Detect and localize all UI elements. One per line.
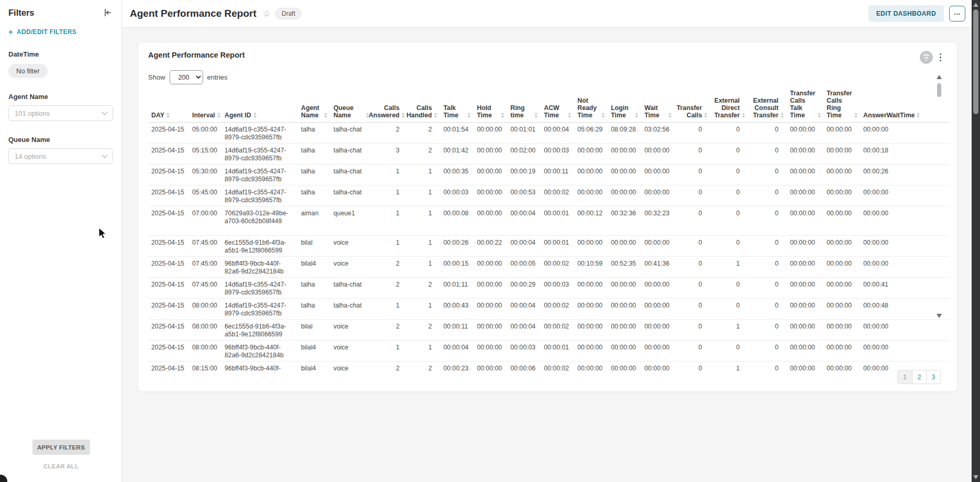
table-scrollbar-thumb[interactable] [937, 83, 941, 97]
sort-icon[interactable] [568, 113, 571, 118]
table-cell: voice [330, 257, 372, 277]
column-header-agent-id[interactable]: Agent ID [221, 112, 298, 119]
column-header-answerwaittime[interactable]: AnswerWaitTime [860, 112, 915, 119]
sort-icon[interactable] [635, 113, 638, 118]
table-cell: 00:00:00 [641, 299, 675, 319]
table-cell: 00:00:03 [507, 341, 541, 361]
sort-icon[interactable] [434, 113, 437, 118]
table-cell: 08:00:00 [189, 299, 221, 319]
datetime-filter-chip[interactable]: No filter [8, 64, 48, 78]
pagination-page-2[interactable]: 2 [912, 370, 926, 384]
add-edit-filters-button[interactable]: + ADD/EDIT FILTERS [8, 28, 113, 36]
page-scrollbar-thumb[interactable] [973, 9, 978, 114]
column-header-ring-time[interactable]: Ring time [507, 104, 541, 119]
table-cell: 00:02:00 [507, 144, 541, 164]
column-header-day[interactable]: DAY [148, 112, 189, 119]
kebab-menu-icon[interactable] [939, 52, 943, 63]
table-cell: 00:00:00 [641, 165, 675, 185]
table-cell: 0 [710, 278, 748, 298]
queue-name-select[interactable]: 14 options [8, 148, 113, 164]
column-header-agent-name[interactable]: Agent Name [298, 104, 330, 119]
table-cell: 00:00:00 [823, 206, 860, 235]
table-cell: 00:00:00 [787, 123, 823, 143]
sort-icon[interactable] [781, 113, 784, 118]
column-header-external-consult-transfer[interactable]: External Consult Transfer [748, 97, 787, 119]
table-cell: 00:00:00 [574, 278, 608, 298]
edit-dashboard-button[interactable]: EDIT DASHBOARD [868, 5, 944, 22]
column-header-calls-handled[interactable]: Calls Handled [408, 104, 440, 119]
sort-icon[interactable] [253, 113, 257, 118]
sort-icon[interactable] [917, 113, 920, 118]
table-cell: talha-chat [330, 185, 372, 206]
table-row: 2025-04-1507:45:006ec1555d-91b6-4f3a-a5b… [148, 236, 950, 257]
scrollbar-up-icon[interactable] [973, 3, 978, 7]
table-cell: bilal4 [298, 257, 330, 277]
table-scrollbar[interactable] [935, 74, 943, 319]
column-header-transfer-calls[interactable]: Transfer Calls [675, 104, 710, 119]
table-cell: 00:00:00 [474, 144, 507, 164]
sort-icon[interactable] [669, 113, 672, 118]
sort-icon[interactable] [166, 113, 170, 118]
sort-icon[interactable] [818, 113, 821, 118]
table-cell: 0 [710, 341, 748, 361]
sort-icon[interactable] [217, 113, 220, 118]
table-cell: 6ec1555d-91b6-4f3a-a5b1-9e12f8066599 [221, 236, 298, 256]
sort-icon[interactable] [602, 113, 605, 118]
column-header-talk-time[interactable]: Talk Time [440, 104, 474, 119]
scroll-down-icon[interactable] [937, 314, 942, 318]
column-header-wait-time[interactable]: Wait Time [641, 104, 675, 119]
collapse-sidebar-icon[interactable] [103, 7, 113, 18]
table-cell: 00:00:00 [474, 341, 507, 361]
pagination-page-1[interactable]: 1 [898, 370, 912, 384]
filter-icon[interactable] [920, 51, 933, 64]
table-cell: 1 [408, 257, 440, 277]
page-size-select[interactable]: 200 [170, 70, 203, 84]
more-options-button[interactable]: ... [949, 6, 965, 21]
column-header-interval[interactable]: Interval [189, 112, 221, 119]
table-cell: 1 [372, 185, 408, 206]
table-cell: 2025-04-15 [148, 341, 189, 361]
sort-icon[interactable] [467, 113, 471, 118]
sort-icon[interactable] [534, 113, 538, 118]
table-cell: 0 [748, 144, 787, 164]
apply-filters-button[interactable]: APPLY FILTERS [32, 440, 90, 455]
clear-all-button[interactable]: CLEAR ALL [0, 463, 122, 469]
column-header-login-time[interactable]: Login Time [608, 104, 641, 119]
column-header-transfer-calls-ring-time[interactable]: Transfer Calls Ring Time [823, 90, 860, 119]
table-cell: 2025-04-15 [148, 185, 189, 206]
draft-status-badge: Draft [275, 8, 302, 19]
column-header-queue-name[interactable]: Queue Name [330, 104, 372, 119]
table-cell: 00:00:00 [608, 362, 641, 371]
table-cell: 00:00:00 [787, 278, 823, 298]
agent-name-select[interactable]: 101 options [8, 105, 113, 121]
table-body: 2025-04-1505:00:0014d6af19-c355-4247-897… [148, 123, 950, 371]
table-cell: 70629a93-012e-49be-a703-60c62b08f449 [221, 206, 298, 235]
sort-icon[interactable] [854, 113, 858, 118]
column-header-hold-time[interactable]: Hold Time [474, 104, 507, 119]
table-cell: 00:32:36 [608, 206, 641, 235]
table-cell: 00:00:00 [787, 144, 823, 164]
sort-icon[interactable] [501, 113, 504, 118]
column-header-transfer-calls-talk-time[interactable]: Transfer Calls Talk Time [787, 90, 823, 119]
table-cell: 00:00:41 [860, 278, 915, 298]
page-scrollbar[interactable] [972, 0, 980, 482]
column-label: Transfer Calls Talk Time [790, 90, 816, 119]
column-header-not-ready-time[interactable]: Not Ready Time [574, 97, 608, 119]
table-cell: 00:00:00 [787, 320, 823, 340]
corner-widget [0, 475, 7, 482]
table-cell: 05:06:29 [574, 123, 608, 143]
scrollbar-down-icon[interactable] [973, 475, 978, 479]
table-cell: 00:00:35 [440, 165, 474, 185]
scroll-up-icon[interactable] [937, 75, 942, 79]
sort-icon[interactable] [704, 113, 707, 118]
sort-icon[interactable] [324, 113, 327, 118]
table-cell: voice [330, 236, 372, 256]
sort-icon[interactable] [742, 113, 745, 118]
pagination-page-3[interactable]: 3 [926, 370, 940, 384]
column-label: Transfer Calls Ring Time [827, 90, 852, 119]
column-header-acw-time[interactable]: ACW Time [541, 104, 574, 119]
favorite-star-icon[interactable]: ☆ [263, 9, 271, 18]
column-header-calls-answered[interactable]: Calls Answered [372, 104, 408, 119]
column-header-external-direct-transfer[interactable]: External Direct Transfer [710, 97, 748, 119]
sort-icon[interactable] [402, 113, 405, 118]
